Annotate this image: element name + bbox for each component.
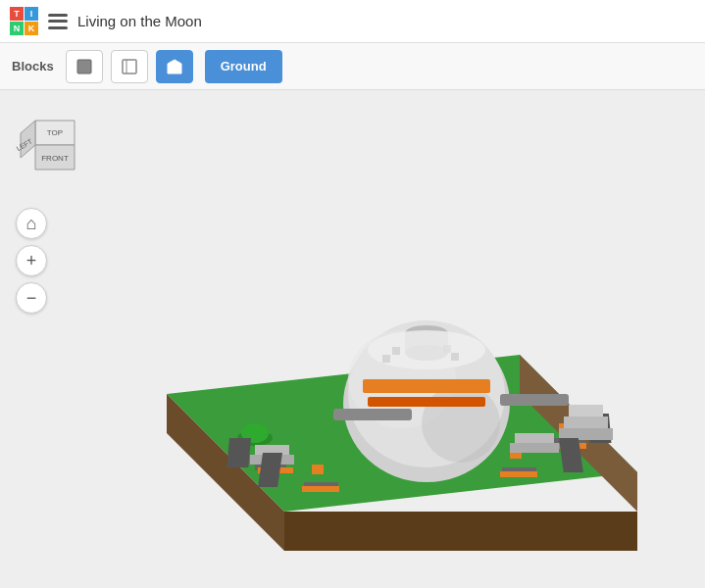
app-header: T I N K Living on the Moon (0, 0, 705, 43)
menu-icon[interactable] (48, 14, 68, 29)
svg-marker-3 (168, 60, 181, 74)
nav-cube[interactable]: TOP LEFT FRONT (16, 106, 94, 184)
svg-rect-46 (382, 355, 390, 363)
svg-rect-49 (443, 345, 451, 353)
home-button[interactable]: ⌂ (16, 208, 47, 239)
logo-cell-k: K (25, 22, 38, 35)
svg-marker-8 (284, 512, 637, 551)
menu-line (48, 20, 68, 23)
toolbar: Blocks Ground (0, 43, 705, 90)
svg-rect-48 (451, 353, 459, 361)
svg-rect-0 (77, 60, 91, 74)
logo-cell-t: T (10, 7, 24, 21)
blocks-label: Blocks (12, 59, 54, 74)
svg-rect-11 (227, 438, 251, 467)
svg-text:FRONT: FRONT (41, 154, 69, 163)
svg-rect-32 (368, 397, 485, 407)
svg-rect-45 (500, 394, 569, 406)
zoom-in-button[interactable]: + (16, 245, 47, 276)
svg-rect-21 (569, 405, 603, 416)
svg-rect-42 (510, 443, 559, 453)
ground-button[interactable]: Ground (205, 50, 282, 83)
svg-text:TOP: TOP (47, 128, 63, 137)
svg-point-33 (368, 330, 485, 369)
home-icon: ⌂ (26, 214, 37, 234)
tool-button-3[interactable] (156, 50, 193, 83)
zoom-out-icon: − (26, 288, 37, 309)
svg-rect-20 (564, 416, 608, 428)
tool-button-2[interactable] (111, 50, 148, 83)
logo-cell-i: I (25, 7, 38, 21)
svg-rect-41 (500, 471, 537, 477)
svg-rect-44 (333, 409, 412, 420)
svg-rect-43 (515, 433, 554, 443)
zoom-out-button[interactable]: − (16, 282, 47, 314)
tool-button-1[interactable] (66, 50, 103, 83)
shape3-icon (165, 57, 184, 76)
svg-rect-37 (302, 486, 339, 492)
nav-cube-svg: TOP LEFT FRONT (16, 106, 94, 184)
shape1-icon (75, 57, 94, 76)
svg-rect-47 (392, 347, 400, 355)
main-viewport[interactable]: TOP LEFT FRONT ⌂ + − (0, 90, 705, 588)
menu-line (48, 26, 68, 29)
menu-line (48, 14, 68, 17)
svg-rect-31 (363, 379, 490, 393)
svg-rect-1 (123, 60, 136, 74)
zoom-in-icon: + (26, 251, 37, 271)
project-title: Living on the Moon (77, 13, 202, 29)
zoom-controls: ⌂ + − (16, 208, 47, 314)
shape2-icon (120, 57, 139, 76)
svg-point-27 (422, 384, 500, 463)
svg-rect-36 (312, 465, 324, 474)
3d-scene (0, 90, 705, 588)
logo-cell-n: N (10, 22, 24, 35)
tinkercad-logo[interactable]: T I N K (10, 7, 38, 35)
